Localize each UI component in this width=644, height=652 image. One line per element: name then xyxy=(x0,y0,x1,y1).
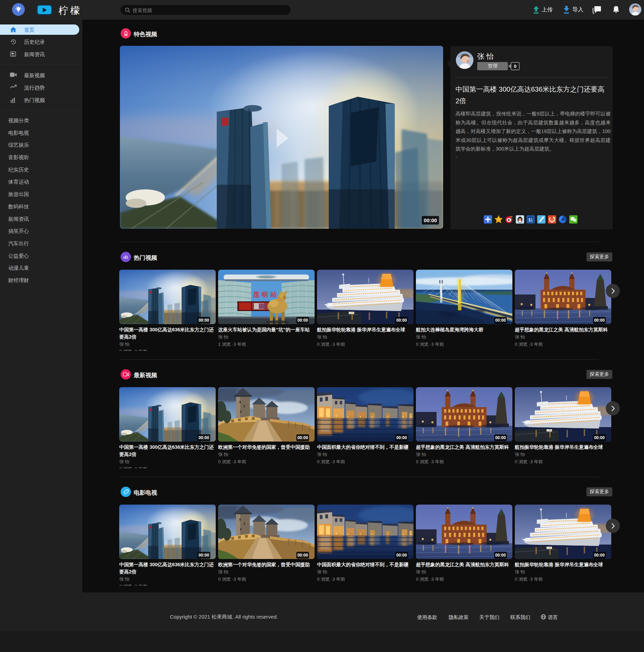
svg-text:贴: 贴 xyxy=(528,217,533,222)
